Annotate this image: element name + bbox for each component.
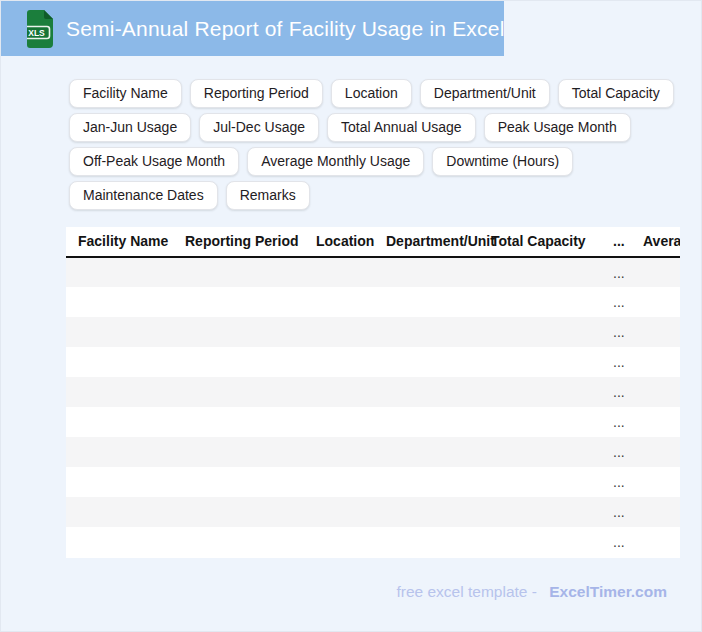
- ellipsis-cell: ...: [601, 437, 631, 467]
- empty-cell: [66, 527, 173, 557]
- table-row: ...: [66, 377, 680, 407]
- ellipsis-cell: ...: [601, 257, 631, 287]
- footer-text: free excel template -: [396, 583, 536, 600]
- xls-file-icon: XLS: [27, 10, 53, 48]
- empty-cell: [631, 467, 680, 497]
- empty-cell: [66, 257, 173, 287]
- empty-cell: [479, 437, 601, 467]
- table-row: ...: [66, 257, 680, 287]
- column-chip[interactable]: Remarks: [226, 181, 310, 210]
- column-chip[interactable]: Downtime (Hours): [432, 147, 573, 176]
- empty-cell: [374, 377, 479, 407]
- empty-cell: [304, 527, 374, 557]
- empty-cell: [66, 437, 173, 467]
- empty-cell: [479, 287, 601, 317]
- column-header: Location: [304, 227, 374, 257]
- column-header: Facility Name: [66, 227, 173, 257]
- empty-cell: [304, 497, 374, 527]
- empty-cell: [374, 497, 479, 527]
- empty-cell: [173, 377, 304, 407]
- empty-cell: [631, 527, 680, 557]
- empty-cell: [173, 497, 304, 527]
- empty-cell: [631, 437, 680, 467]
- ellipsis-cell: ...: [601, 287, 631, 317]
- table-row: ...: [66, 287, 680, 317]
- empty-cell: [374, 347, 479, 377]
- empty-cell: [66, 497, 173, 527]
- column-chip[interactable]: Peak Usage Month: [484, 113, 631, 142]
- empty-cell: [374, 437, 479, 467]
- empty-cell: [631, 317, 680, 347]
- table-row: ...: [66, 497, 680, 527]
- table-row: ...: [66, 347, 680, 377]
- empty-cell: [66, 347, 173, 377]
- empty-cell: [304, 407, 374, 437]
- empty-cell: [631, 257, 680, 287]
- table-header-row: Facility NameReporting PeriodLocationDep…: [66, 227, 680, 257]
- empty-cell: [631, 497, 680, 527]
- empty-cell: [304, 467, 374, 497]
- empty-cell: [304, 257, 374, 287]
- empty-cell: [374, 287, 479, 317]
- empty-cell: [173, 467, 304, 497]
- ellipsis-cell: ...: [601, 527, 631, 557]
- column-chip[interactable]: Location: [331, 79, 412, 108]
- table-row: ...: [66, 467, 680, 497]
- empty-cell: [304, 347, 374, 377]
- column-chip[interactable]: Department/Unit: [420, 79, 550, 108]
- empty-cell: [66, 317, 173, 347]
- column-chip[interactable]: Off-Peak Usage Month: [69, 147, 239, 176]
- column-chip[interactable]: Reporting Period: [190, 79, 323, 108]
- column-header: Total Capacity: [479, 227, 601, 257]
- column-chip[interactable]: Average Monthly Usage: [247, 147, 424, 176]
- column-chip[interactable]: Total Capacity: [558, 79, 674, 108]
- empty-cell: [631, 287, 680, 317]
- empty-cell: [304, 377, 374, 407]
- column-chip[interactable]: Maintenance Dates: [69, 181, 218, 210]
- empty-cell: [374, 317, 479, 347]
- empty-cell: [304, 287, 374, 317]
- empty-cell: [374, 527, 479, 557]
- empty-cell: [173, 407, 304, 437]
- column-header: Reporting Period: [173, 227, 304, 257]
- empty-cell: [66, 407, 173, 437]
- data-table: Facility NameReporting PeriodLocationDep…: [66, 227, 680, 557]
- footer-brand-link[interactable]: ExcelTimer.com: [549, 583, 667, 600]
- empty-cell: [173, 527, 304, 557]
- empty-cell: [173, 287, 304, 317]
- empty-cell: [631, 347, 680, 377]
- empty-cell: [479, 497, 601, 527]
- page: XLS Semi-Annual Report of Facility Usage…: [0, 0, 702, 632]
- empty-cell: [479, 317, 601, 347]
- table-body: ..............................: [66, 257, 680, 557]
- empty-cell: [631, 377, 680, 407]
- empty-cell: [173, 257, 304, 287]
- empty-cell: [304, 317, 374, 347]
- ellipsis-cell: ...: [601, 377, 631, 407]
- column-header: Department/Unit: [374, 227, 479, 257]
- column-chip[interactable]: Jan-Jun Usage: [69, 113, 191, 142]
- ellipsis-cell: ...: [601, 347, 631, 377]
- ellipsis-cell: ...: [601, 317, 631, 347]
- empty-cell: [173, 317, 304, 347]
- empty-cell: [66, 377, 173, 407]
- page-title: Semi-Annual Report of Facility Usage in …: [66, 17, 505, 41]
- column-chip[interactable]: Total Annual Usage: [327, 113, 476, 142]
- empty-cell: [631, 407, 680, 437]
- empty-cell: [479, 527, 601, 557]
- ellipsis-cell: ...: [601, 497, 631, 527]
- empty-cell: [479, 257, 601, 287]
- data-table-container: Facility NameReporting PeriodLocationDep…: [66, 227, 680, 558]
- empty-cell: [173, 437, 304, 467]
- xls-label-text: XLS: [28, 27, 45, 37]
- empty-cell: [479, 377, 601, 407]
- ellipsis-cell: ...: [601, 407, 631, 437]
- column-chip[interactable]: Facility Name: [69, 79, 182, 108]
- table-row: ...: [66, 437, 680, 467]
- empty-cell: [173, 347, 304, 377]
- column-chip[interactable]: Jul-Dec Usage: [199, 113, 319, 142]
- footer: free excel template - ExcelTimer.com: [396, 583, 667, 601]
- empty-cell: [374, 467, 479, 497]
- empty-cell: [304, 437, 374, 467]
- empty-cell: [374, 407, 479, 437]
